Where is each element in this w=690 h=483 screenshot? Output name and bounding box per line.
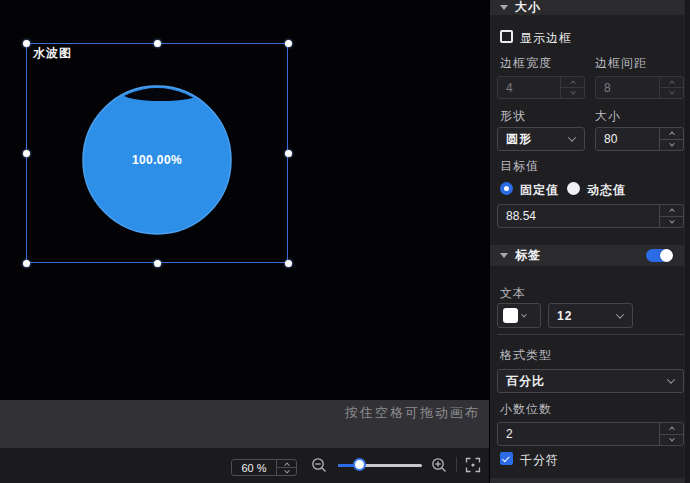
border-gap-step-down[interactable]: [660, 87, 683, 98]
toggle-knob: [660, 249, 673, 262]
size-label: 大小: [595, 108, 621, 125]
shape-label: 形状: [500, 108, 526, 125]
size-input[interactable]: 80: [595, 127, 684, 151]
fixed-value-radio-label: 固定值: [520, 182, 559, 199]
zoom-percent-stepper: [276, 460, 296, 475]
target-value-stepper: [659, 205, 683, 227]
zoom-toolbar: 60 %: [0, 448, 489, 483]
decimals-input[interactable]: 2: [497, 422, 684, 446]
chevron-down-icon: [668, 378, 683, 384]
collapse-triangle-icon: [500, 253, 508, 258]
resize-handle-middle-right[interactable]: [285, 150, 292, 157]
check-icon: [502, 454, 510, 462]
chevron-down-icon: [669, 89, 675, 95]
zoom-in-icon: [431, 457, 448, 474]
zoom-step-down-button[interactable]: [277, 467, 296, 475]
resize-handle-top-center[interactable]: [154, 40, 161, 47]
format-type-label: 格式类型: [500, 347, 552, 364]
size-value[interactable]: 80: [596, 128, 659, 150]
fit-view-icon: [465, 457, 481, 473]
design-canvas[interactable]: 水波图 100.00%: [0, 0, 489, 400]
font-size-select[interactable]: 12: [548, 303, 633, 328]
size-step-up[interactable]: [660, 128, 683, 139]
text-color-picker[interactable]: [497, 303, 541, 328]
resize-handle-middle-left[interactable]: [23, 150, 30, 157]
radio-dot: [504, 186, 509, 191]
decimals-step-down[interactable]: [660, 434, 683, 446]
border-width-label: 边框宽度: [500, 55, 552, 72]
format-type-select[interactable]: 百分比: [497, 369, 684, 393]
dynamic-value-radio-label: 动态值: [587, 182, 626, 199]
border-width-step-up[interactable]: [561, 77, 584, 87]
zoom-percent-input[interactable]: 60 %: [231, 459, 297, 476]
zoom-out-icon: [311, 457, 328, 474]
target-value-step-down[interactable]: [660, 216, 683, 228]
collapse-triangle-icon: [500, 5, 508, 10]
zoom-step-up-button[interactable]: [277, 460, 296, 467]
target-value[interactable]: 88.54: [498, 205, 659, 227]
chevron-up-icon: [669, 427, 675, 433]
properties-panel: 大小 显示边框 边框宽度 边框间距 4 8 形状 大小 圆形 80: [490, 0, 690, 483]
label-enabled-toggle[interactable]: [646, 249, 672, 262]
text-label: 文本: [500, 285, 526, 302]
fixed-value-radio[interactable]: [500, 182, 513, 195]
border-gap-value[interactable]: 8: [596, 77, 659, 98]
thousands-separator-checkbox[interactable]: [500, 452, 513, 465]
gauge-value-label: 100.00%: [107, 153, 207, 167]
border-width-input[interactable]: 4: [497, 76, 585, 99]
chevron-down-icon: [669, 436, 675, 442]
chevron-down-icon: [569, 136, 584, 142]
zoom-slider[interactable]: [338, 458, 422, 472]
border-width-step-down[interactable]: [561, 87, 584, 98]
target-value-input[interactable]: 88.54: [497, 204, 684, 228]
zoom-percent-value[interactable]: 60 %: [232, 460, 276, 475]
app-window: 水波图 100.00% 按住空格可拖动画布 60 %: [0, 0, 690, 483]
show-border-checkbox[interactable]: [500, 30, 513, 43]
zoom-in-button[interactable]: [428, 454, 450, 476]
border-width-value[interactable]: 4: [498, 77, 560, 98]
zoom-out-button[interactable]: [308, 454, 330, 476]
decimals-value[interactable]: 2: [498, 423, 659, 445]
color-swatch: [503, 308, 518, 323]
resize-handle-top-right[interactable]: [285, 40, 292, 47]
border-gap-step-up[interactable]: [660, 77, 683, 87]
section-title: 标签: [515, 247, 541, 264]
border-gap-label: 边框间距: [595, 55, 647, 72]
shape-select-value: 圆形: [498, 131, 569, 148]
section-header-size[interactable]: 大小: [490, 0, 684, 15]
chevron-down-icon: [570, 89, 576, 95]
chevron-up-icon: [669, 132, 675, 138]
canvas-pasteboard: 按住空格可拖动画布: [0, 400, 489, 448]
fit-view-button[interactable]: [462, 454, 484, 476]
dynamic-value-radio[interactable]: [567, 182, 580, 195]
resize-handle-top-left[interactable]: [23, 40, 30, 47]
chevron-down-icon: [522, 314, 526, 318]
shape-select[interactable]: 圆形: [497, 127, 585, 151]
font-size-value: 12: [549, 309, 617, 323]
chevron-up-icon: [570, 81, 576, 87]
size-step-down[interactable]: [660, 139, 683, 151]
border-gap-stepper: [659, 77, 683, 98]
size-stepper: [659, 128, 683, 150]
panel-scrollbar[interactable]: [684, 0, 690, 483]
chevron-down-icon: [669, 218, 675, 224]
toolbar-divider: [456, 457, 457, 472]
resize-handle-bottom-left[interactable]: [23, 260, 30, 267]
zoom-slider-thumb[interactable]: [353, 458, 366, 471]
panel-divider: [497, 334, 684, 335]
resize-handle-bottom-right[interactable]: [285, 260, 292, 267]
target-value-step-up[interactable]: [660, 205, 683, 216]
show-border-label: 显示边框: [520, 30, 572, 47]
thousands-separator-label: 千分符: [520, 452, 559, 469]
chevron-up-icon: [669, 209, 675, 215]
resize-handle-bottom-center[interactable]: [154, 260, 161, 267]
decimals-step-up[interactable]: [660, 423, 683, 434]
border-gap-input[interactable]: 8: [595, 76, 684, 99]
section-header-label[interactable]: 标签: [490, 245, 684, 266]
chevron-down-icon: [669, 141, 675, 147]
canvas-drag-hint: 按住空格可拖动画布: [0, 404, 480, 422]
chevron-down-icon: [617, 313, 632, 319]
section-title: 大小: [515, 0, 541, 16]
format-type-value: 百分比: [498, 373, 668, 390]
target-value-label: 目标值: [500, 158, 539, 175]
